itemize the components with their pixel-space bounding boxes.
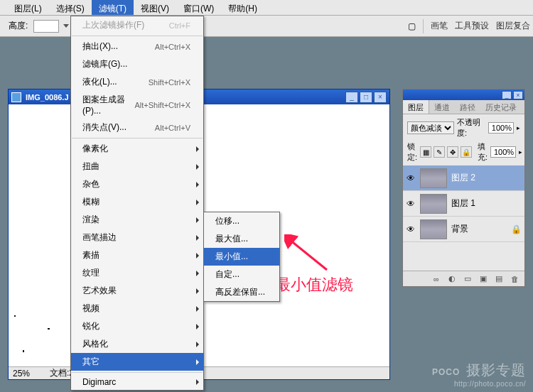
opacity-label: 不透明度: <box>457 117 485 138</box>
opacity-input[interactable] <box>488 122 514 134</box>
link-layers-icon[interactable]: ∞ <box>431 273 442 285</box>
layer-name[interactable]: 图层 1 <box>451 197 475 209</box>
visibility-toggle-icon[interactable]: 👁 <box>406 173 416 183</box>
menu-digimarc[interactable]: Digimarc <box>71 374 203 390</box>
lock-paint-icon[interactable]: ✎ <box>434 146 445 158</box>
svg-line-0 <box>290 240 327 270</box>
layer-thumbnail[interactable] <box>420 194 447 214</box>
minimize-button[interactable]: _ <box>345 92 358 103</box>
menu-last-filter: 上次滤镜操作(F) Ctrl+F <box>71 16 203 34</box>
menu-filter[interactable]: 滤镜(T) <box>92 0 134 15</box>
menu-artistic[interactable]: 艺术效果 <box>71 282 203 300</box>
menu-noise[interactable]: 杂色 <box>71 175 203 193</box>
opacity-arrow-icon[interactable]: ▸ <box>517 124 520 131</box>
submenu-high-pass[interactable]: 高反差保留... <box>204 283 279 301</box>
lock-transparency-icon[interactable]: ▦ <box>420 146 431 158</box>
annotation-text: 最小值滤镜 <box>275 274 353 295</box>
panel-close-button[interactable]: × <box>513 91 523 99</box>
submenu-offset[interactable]: 位移... <box>204 212 279 230</box>
zoom-level[interactable]: 25% <box>13 369 41 379</box>
panel-tabs: 图层 通道 路径 历史记录 <box>403 100 524 114</box>
submenu-maximum[interactable]: 最大值... <box>204 230 279 248</box>
palette-toggle-icon[interactable]: ▢ <box>404 19 419 33</box>
other-submenu: 位移... 最大值... 最小值... 自定... 高反差保留... <box>203 212 280 302</box>
height-input[interactable] <box>33 20 59 33</box>
menu-liquify[interactable]: 液化(L)...Shift+Ctrl+X <box>71 73 203 91</box>
menu-blur[interactable]: 模糊 <box>71 193 203 211</box>
menu-window[interactable]: 窗口(W) <box>176 0 221 15</box>
layer-thumbnail[interactable] <box>420 168 447 188</box>
layer-comps-link[interactable]: 图层复合 <box>493 18 533 33</box>
menu-sketch[interactable]: 素描 <box>71 246 203 264</box>
layer-list: 👁 图层 2 👁 图层 1 👁 背景 🔒 <box>403 165 524 271</box>
menu-sharpen[interactable]: 锐化 <box>71 317 203 335</box>
menu-pattern-maker[interactable]: 图案生成器(P)...Alt+Shift+Ctrl+X <box>71 91 203 119</box>
menu-stylize[interactable]: 风格化 <box>71 335 203 353</box>
menu-pixelate[interactable]: 像素化 <box>71 140 203 158</box>
panel-titlebar[interactable]: _ × <box>403 89 524 100</box>
watermark: POCO 摄影专题 http://photo.poco.cn/ <box>432 357 526 388</box>
lock-label: 锁定: <box>407 141 417 163</box>
lock-icon: 🔒 <box>511 224 522 234</box>
menu-brush-strokes[interactable]: 画笔描边 <box>71 229 203 246</box>
submenu-minimum[interactable]: 最小值... <box>204 248 279 266</box>
lock-all-icon[interactable]: 🔒 <box>461 146 472 158</box>
height-label: 高度: <box>9 20 28 32</box>
annotation-arrow-icon <box>284 234 334 273</box>
layer-name[interactable]: 图层 2 <box>451 172 475 184</box>
visibility-toggle-icon[interactable]: 👁 <box>406 224 416 234</box>
filter-dropdown: 上次滤镜操作(F) Ctrl+F 抽出(X)...Alt+Ctrl+X 滤镜库(… <box>70 16 204 391</box>
submenu-custom[interactable]: 自定... <box>204 266 279 283</box>
maximize-button[interactable]: □ <box>360 92 372 103</box>
new-layer-icon[interactable]: ▤ <box>493 273 505 285</box>
panel-minimize-button[interactable]: _ <box>502 91 512 99</box>
tab-channels[interactable]: 通道 <box>429 100 455 114</box>
layer-mask-icon[interactable]: ▭ <box>462 273 473 285</box>
menu-filter-gallery[interactable]: 滤镜库(G)... <box>71 55 203 73</box>
tab-paths[interactable]: 路径 <box>455 100 480 114</box>
menu-video[interactable]: 视频 <box>71 300 203 317</box>
menu-select[interactable]: 选择(S) <box>49 0 92 15</box>
tab-history[interactable]: 历史记录 <box>480 100 522 114</box>
menu-layer[interactable]: 图层(L) <box>7 0 49 15</box>
visibility-toggle-icon[interactable]: 👁 <box>406 199 416 209</box>
blend-mode-select[interactable]: 颜色减淡 <box>407 121 454 134</box>
layer-name[interactable]: 背景 <box>451 223 468 235</box>
layer-row[interactable]: 👁 图层 2 <box>403 165 524 191</box>
tab-layers[interactable]: 图层 <box>403 100 429 114</box>
menu-vanishing-point[interactable]: 消失点(V)...Alt+Ctrl+V <box>71 119 203 136</box>
height-dropdown-icon[interactable] <box>63 24 69 28</box>
lock-position-icon[interactable]: ✥ <box>447 146 458 158</box>
new-group-icon[interactable]: ▣ <box>478 273 489 285</box>
brushes-palette-link[interactable]: 画笔 <box>428 18 451 33</box>
layers-panel: _ × 图层 通道 路径 历史记录 颜色减淡 不透明度: ▸ 锁定: ▦ ✎ ✥ <box>402 89 525 287</box>
layer-row[interactable]: 👁 图层 1 <box>403 191 524 217</box>
layers-panel-footer: ∞ ◐ ▭ ▣ ▤ 🗑 <box>403 271 524 286</box>
menu-render[interactable]: 渲染 <box>71 211 203 229</box>
tool-presets-link[interactable]: 工具预设 <box>452 18 492 33</box>
close-button[interactable]: × <box>374 92 387 103</box>
delete-layer-icon[interactable]: 🗑 <box>509 273 520 285</box>
menu-distort[interactable]: 扭曲 <box>71 158 203 175</box>
menu-other[interactable]: 其它 <box>71 353 203 371</box>
menu-texture[interactable]: 纹理 <box>71 264 203 282</box>
menubar: 图层(L) 选择(S) 滤镜(T) 视图(V) 窗口(W) 帮助(H) <box>0 0 533 16</box>
menu-extract[interactable]: 抽出(X)...Alt+Ctrl+X <box>71 38 203 55</box>
layer-style-icon[interactable]: ◐ <box>446 273 458 285</box>
document-icon <box>11 92 21 102</box>
menu-help[interactable]: 帮助(H) <box>221 0 264 15</box>
fill-arrow-icon[interactable]: ▸ <box>519 148 522 156</box>
layer-row[interactable]: 👁 背景 🔒 <box>403 217 524 242</box>
layer-thumbnail[interactable] <box>420 219 447 239</box>
fill-label: 填充: <box>478 141 488 163</box>
menu-view[interactable]: 视图(V) <box>134 0 176 15</box>
fill-input[interactable] <box>490 146 516 158</box>
